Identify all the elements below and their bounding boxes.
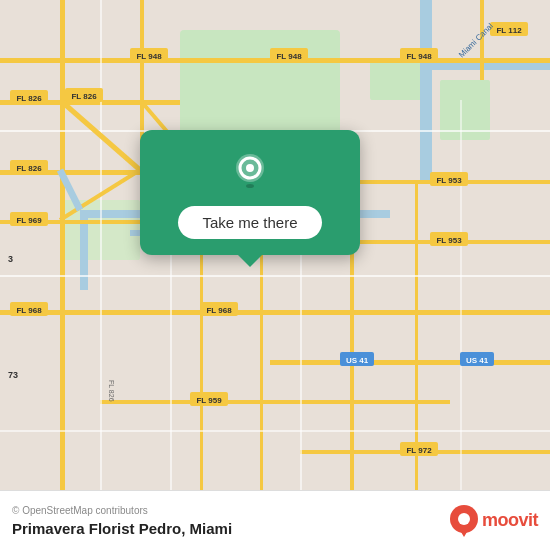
svg-text:FL 953: FL 953	[436, 236, 462, 245]
svg-rect-18	[100, 400, 450, 404]
moovit-text: moovit	[482, 510, 538, 531]
bottom-bar: © OpenStreetMap contributors Primavera F…	[0, 490, 550, 550]
svg-text:FL 959: FL 959	[196, 396, 222, 405]
popup-card: Take me there	[140, 130, 360, 255]
svg-rect-33	[460, 100, 462, 490]
svg-rect-16	[0, 310, 550, 315]
svg-text:FL 948: FL 948	[276, 52, 302, 61]
svg-text:FL 826: FL 826	[71, 92, 97, 101]
svg-point-76	[246, 164, 254, 172]
svg-rect-32	[300, 220, 302, 490]
moovit-logo: moovit	[450, 505, 538, 537]
svg-text:FL 826: FL 826	[16, 164, 42, 173]
svg-point-79	[458, 513, 470, 525]
svg-text:73: 73	[8, 370, 18, 380]
svg-point-77	[246, 184, 254, 188]
svg-text:US 41: US 41	[466, 356, 489, 365]
svg-text:FL 972: FL 972	[406, 446, 432, 455]
svg-text:FL 948: FL 948	[406, 52, 432, 61]
svg-rect-24	[200, 220, 203, 490]
svg-text:3: 3	[8, 254, 13, 264]
take-me-there-button[interactable]: Take me there	[178, 206, 321, 239]
map-container: FL 826 FL 826 FL 826 FL 948 FL 948 FL 94…	[0, 0, 550, 490]
map-pin-icon	[228, 150, 272, 194]
svg-text:FL 826: FL 826	[108, 380, 115, 402]
svg-rect-5	[420, 0, 432, 180]
svg-text:FL 968: FL 968	[16, 306, 42, 315]
svg-rect-20	[60, 0, 65, 490]
svg-text:FL 948: FL 948	[136, 52, 162, 61]
svg-text:US 41: US 41	[346, 356, 369, 365]
svg-text:FL 969: FL 969	[16, 216, 42, 225]
svg-text:FL 112: FL 112	[496, 26, 522, 35]
moovit-pin-icon	[450, 505, 478, 537]
svg-rect-28	[0, 275, 550, 277]
svg-rect-30	[100, 0, 102, 490]
svg-rect-17	[270, 360, 550, 365]
svg-rect-29	[0, 430, 550, 432]
svg-text:FL 826: FL 826	[16, 94, 42, 103]
svg-text:FL 968: FL 968	[206, 306, 232, 315]
svg-text:FL 953: FL 953	[436, 176, 462, 185]
